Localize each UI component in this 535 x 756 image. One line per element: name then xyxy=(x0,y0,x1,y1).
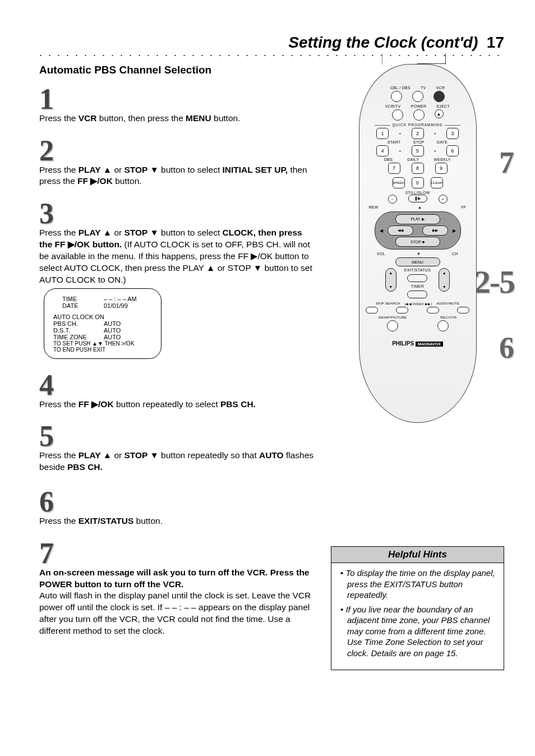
step-number: 2 xyxy=(39,138,317,164)
ch-rocker: ▲▼ xyxy=(439,268,450,292)
step-1: 1 Press the VCR button, then press the M… xyxy=(39,86,317,125)
brand: PHILIPSMAGNAVOX xyxy=(359,340,476,347)
still-button: ❚▶ xyxy=(408,195,427,202)
helpful-hints-box: Helpful Hints To display the time on the… xyxy=(331,546,504,670)
stop-button: STOP ■ xyxy=(395,237,440,247)
header-page: 17 xyxy=(487,34,504,51)
rew-button: ◀◀ xyxy=(388,225,413,236)
vcr-button xyxy=(433,91,445,102)
hints-title: Helpful Hints xyxy=(331,547,504,563)
play-cluster: PLAY ▶ ◀◀◀▶▶▶ STOP ■ xyxy=(375,211,461,250)
plus-button: + xyxy=(439,195,448,204)
header-title: Setting the Clock (cont'd) xyxy=(288,34,478,51)
callout-7: 7 xyxy=(499,145,514,180)
quick-programming-label: QUICK PROGRAMMING xyxy=(359,123,476,127)
figure-column: 7 2-5 6 CBL / DBSTVVCR VCR/TVPOWEREJECT … xyxy=(331,64,504,670)
eject-button: ▲ xyxy=(435,109,444,118)
menu-button: MENU xyxy=(395,257,440,266)
power-button xyxy=(413,109,425,121)
step-3: 3 Press the PLAY ▲ or STOP ▼ button to s… xyxy=(39,201,317,358)
dotted-rule: · · · · · · · · · · · · · · · · · · · · … xyxy=(39,53,504,57)
step-number: 4 xyxy=(39,372,317,399)
step-text: Press the PLAY ▲ or STOP ▼ button repeat… xyxy=(39,450,317,473)
step-number: 3 xyxy=(39,201,317,227)
step-text: An on-screen message will ask you to tur… xyxy=(39,567,317,638)
remote-illustration: CBL / DBSTVVCR VCR/TVPOWEREJECT ▲ QUICK … xyxy=(359,64,477,423)
hint-item: If you live near the boundary of an adja… xyxy=(340,604,497,659)
ff-button: ▶▶ xyxy=(422,225,448,236)
section-subhead: Automatic PBS Channel Selection xyxy=(39,64,317,76)
smartpicture-button xyxy=(387,320,398,331)
step-number: 7 xyxy=(39,541,317,567)
step-text: Press the EXIT/STATUS button. xyxy=(39,515,317,527)
minus-button: − xyxy=(388,195,397,204)
vcrtv-button xyxy=(392,109,403,121)
tv-button xyxy=(412,91,423,102)
step-number: 1 xyxy=(39,86,317,113)
hint-item: To display the time on the display panel… xyxy=(340,568,497,601)
rec-button xyxy=(437,320,449,331)
timer-button xyxy=(407,291,427,298)
instructions-column: Automatic PBS Channel Selection 1 Press … xyxy=(39,64,317,670)
callout-2-5: 2-5 xyxy=(474,263,514,301)
step-text: Press the FF ▶/OK button repeatedly to s… xyxy=(39,399,317,411)
step-number: 6 xyxy=(39,489,317,515)
step-7: 7 An on-screen message will ask you to t… xyxy=(39,541,317,637)
step-text: Press the PLAY ▲ or STOP ▼ button to sel… xyxy=(39,164,317,188)
exit-button xyxy=(407,274,427,282)
page-header: Setting the Clock (cont'd) 17 xyxy=(39,34,504,52)
step-text: Press the PLAY ▲ or STOP ▼ button to sel… xyxy=(39,227,317,286)
step-text: Press the VCR button, then press the MEN… xyxy=(39,113,317,125)
step-number: 5 xyxy=(39,423,317,450)
osd-screen: TIME– – : – – AM DATE01/01/99 AUTO CLOCK… xyxy=(44,288,162,359)
vol-rocker: ▲▼ xyxy=(385,268,396,292)
step-5: 5 Press the PLAY ▲ or STOP ▼ button repe… xyxy=(39,423,317,473)
callout-6: 6 xyxy=(499,330,514,365)
step-4: 4 Press the FF ▶/OK button repeatedly to… xyxy=(39,372,317,411)
cbl-button xyxy=(391,91,402,102)
step-6: 6 Press the EXIT/STATUS button. xyxy=(39,489,317,527)
step-2: 2 Press the PLAY ▲ or STOP ▼ button to s… xyxy=(39,138,317,188)
play-button: PLAY ▶ xyxy=(395,214,440,224)
